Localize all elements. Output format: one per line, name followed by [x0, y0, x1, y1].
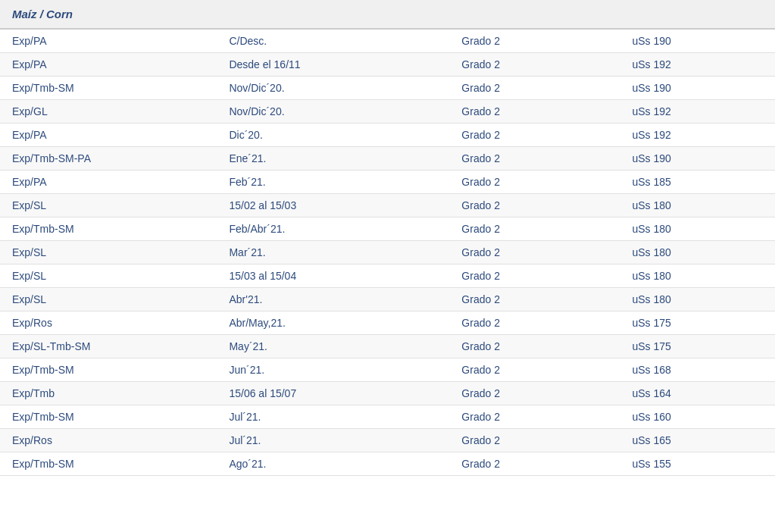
table-row: Exp/SLAbr'21.Grado 2uSs 180 [0, 288, 775, 311]
cell-2-col3: Grado 2 [449, 77, 620, 100]
table-row: Exp/RosJul´21.Grado 2uSs 165 [0, 429, 775, 452]
cell-9-col1: Exp/SL [0, 241, 217, 264]
cell-13-col1: Exp/SL-Tmb-SM [0, 335, 217, 358]
cell-4-col4: uSs 192 [620, 124, 775, 147]
cell-16-col1: Exp/Tmb-SM [0, 405, 217, 429]
cell-1-col1: Exp/PA [0, 53, 217, 77]
cell-14-col3: Grado 2 [449, 358, 620, 382]
cell-7-col3: Grado 2 [449, 194, 620, 217]
table-row: Exp/Tmb-SMJun´21.Grado 2uSs 168 [0, 358, 775, 382]
cell-4-col1: Exp/PA [0, 124, 217, 147]
cell-1-col4: uSs 192 [620, 53, 775, 77]
cell-16-col4: uSs 160 [620, 405, 775, 429]
cell-10-col3: Grado 2 [449, 264, 620, 288]
cell-13-col4: uSs 175 [620, 335, 775, 358]
cell-11-col3: Grado 2 [449, 288, 620, 311]
cell-8-col2: Feb/Abr´21. [217, 217, 449, 241]
table-row: Exp/Tmb-SMFeb/Abr´21.Grado 2uSs 180 [0, 217, 775, 241]
cell-8-col3: Grado 2 [449, 217, 620, 241]
table-row: Exp/GLNov/Dic´20.Grado 2uSs 192 [0, 100, 775, 124]
cell-17-col1: Exp/Ros [0, 429, 217, 452]
cell-11-col4: uSs 180 [620, 288, 775, 311]
cell-15-col1: Exp/Tmb [0, 382, 217, 405]
cell-10-col2: 15/03 al 15/04 [217, 264, 449, 288]
table-row: Exp/SL15/02 al 15/03Grado 2uSs 180 [0, 194, 775, 217]
table-row: Exp/SLMar´21.Grado 2uSs 180 [0, 241, 775, 264]
cell-9-col3: Grado 2 [449, 241, 620, 264]
cell-7-col1: Exp/SL [0, 194, 217, 217]
cell-17-col4: uSs 165 [620, 429, 775, 452]
cell-3-col1: Exp/GL [0, 100, 217, 124]
cell-14-col1: Exp/Tmb-SM [0, 358, 217, 382]
main-table: Maíz / Corn Exp/PAC/Desc.Grado 2uSs 190E… [0, 0, 775, 476]
cell-5-col2: Ene´21. [217, 147, 449, 171]
table-row: Exp/RosAbr/May,21.Grado 2uSs 175 [0, 311, 775, 335]
table-row: Exp/SL-Tmb-SMMay´21.Grado 2uSs 175 [0, 335, 775, 358]
table-row: Exp/Tmb15/06 al 15/07Grado 2uSs 164 [0, 382, 775, 405]
cell-6-col1: Exp/PA [0, 171, 217, 194]
cell-12-col2: Abr/May,21. [217, 311, 449, 335]
cell-0-col2: C/Desc. [217, 29, 449, 53]
cell-18-col1: Exp/Tmb-SM [0, 452, 217, 476]
cell-6-col4: uSs 185 [620, 171, 775, 194]
cell-2-col4: uSs 190 [620, 77, 775, 100]
cell-14-col4: uSs 168 [620, 358, 775, 382]
cell-15-col3: Grado 2 [449, 382, 620, 405]
cell-11-col2: Abr'21. [217, 288, 449, 311]
cell-7-col4: uSs 180 [620, 194, 775, 217]
cell-15-col2: 15/06 al 15/07 [217, 382, 449, 405]
cell-4-col2: Dic´20. [217, 124, 449, 147]
cell-3-col2: Nov/Dic´20. [217, 100, 449, 124]
table-row: Exp/PAFeb´21.Grado 2uSs 185 [0, 171, 775, 194]
cell-1-col3: Grado 2 [449, 53, 620, 77]
cell-0-col3: Grado 2 [449, 29, 620, 53]
cell-13-col3: Grado 2 [449, 335, 620, 358]
table-row: Exp/PADic´20.Grado 2uSs 192 [0, 124, 775, 147]
cell-18-col2: Ago´21. [217, 452, 449, 476]
cell-14-col2: Jun´21. [217, 358, 449, 382]
table-header: Maíz / Corn [0, 0, 775, 29]
cell-16-col3: Grado 2 [449, 405, 620, 429]
cell-10-col1: Exp/SL [0, 264, 217, 288]
table-row: Exp/SL15/03 al 15/04Grado 2uSs 180 [0, 264, 775, 288]
cell-2-col2: Nov/Dic´20. [217, 77, 449, 100]
table-row: Exp/Tmb-SMAgo´21.Grado 2uSs 155 [0, 452, 775, 476]
cell-6-col3: Grado 2 [449, 171, 620, 194]
cell-17-col3: Grado 2 [449, 429, 620, 452]
cell-7-col2: 15/02 al 15/03 [217, 194, 449, 217]
cell-5-col3: Grado 2 [449, 147, 620, 171]
cell-16-col2: Jul´21. [217, 405, 449, 429]
table-row: Exp/Tmb-SM-PAEne´21.Grado 2uSs 190 [0, 147, 775, 171]
cell-18-col3: Grado 2 [449, 452, 620, 476]
cell-9-col4: uSs 180 [620, 241, 775, 264]
cell-18-col4: uSs 155 [620, 452, 775, 476]
cell-0-col4: uSs 190 [620, 29, 775, 53]
cell-4-col3: Grado 2 [449, 124, 620, 147]
cell-6-col2: Feb´21. [217, 171, 449, 194]
cell-12-col3: Grado 2 [449, 311, 620, 335]
cell-12-col1: Exp/Ros [0, 311, 217, 335]
table-row: Exp/Tmb-SMJul´21.Grado 2uSs 160 [0, 405, 775, 429]
cell-5-col1: Exp/Tmb-SM-PA [0, 147, 217, 171]
cell-1-col2: Desde el 16/11 [217, 53, 449, 77]
table-row: Exp/PADesde el 16/11Grado 2uSs 192 [0, 53, 775, 77]
cell-0-col1: Exp/PA [0, 29, 217, 53]
table-row: Exp/Tmb-SMNov/Dic´20.Grado 2uSs 190 [0, 77, 775, 100]
cell-8-col4: uSs 180 [620, 217, 775, 241]
cell-10-col4: uSs 180 [620, 264, 775, 288]
cell-12-col4: uSs 175 [620, 311, 775, 335]
cell-11-col1: Exp/SL [0, 288, 217, 311]
cell-3-col4: uSs 192 [620, 100, 775, 124]
table-row: Exp/PAC/Desc.Grado 2uSs 190 [0, 29, 775, 53]
cell-9-col2: Mar´21. [217, 241, 449, 264]
cell-8-col1: Exp/Tmb-SM [0, 217, 217, 241]
cell-15-col4: uSs 164 [620, 382, 775, 405]
cell-13-col2: May´21. [217, 335, 449, 358]
table-title: Maíz / Corn [0, 0, 775, 29]
cell-2-col1: Exp/Tmb-SM [0, 77, 217, 100]
cell-17-col2: Jul´21. [217, 429, 449, 452]
cell-5-col4: uSs 190 [620, 147, 775, 171]
cell-3-col3: Grado 2 [449, 100, 620, 124]
